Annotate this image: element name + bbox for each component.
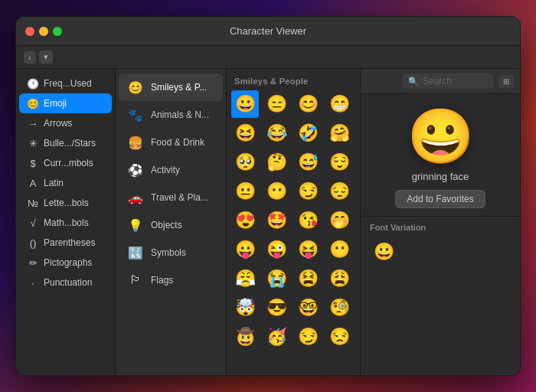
emoji-cell[interactable]: 😌 xyxy=(325,149,353,176)
sidebar-icon-emoji: 😊 xyxy=(27,97,39,109)
close-button[interactable] xyxy=(25,27,34,36)
sidebar-icon-latin: A xyxy=(27,177,39,189)
sidebar-item-math[interactable]: √Math...bols xyxy=(19,213,112,233)
section-title: Smileys & People xyxy=(231,75,355,90)
sidebar-label-currency: Curr...mbols xyxy=(44,158,93,168)
sidebar-icon-currency: $ xyxy=(27,157,39,169)
emoji-preview-area: 😀 grinning face Add to Favorites xyxy=(361,94,520,216)
sidebar-item-parens[interactable]: ()Parentheses xyxy=(19,233,112,253)
sidebar-item-arrows[interactable]: →Arrows xyxy=(19,113,112,133)
emoji-cell[interactable]: 😜 xyxy=(263,236,290,263)
nav-dropdown-button[interactable]: ▾ xyxy=(39,51,53,64)
maximize-button[interactable] xyxy=(53,27,62,36)
sidebar-icon-parens: () xyxy=(27,237,39,249)
emoji-cell[interactable]: 🤩 xyxy=(263,207,290,234)
category-item-food[interactable]: 🍔Food & Drink xyxy=(119,129,223,156)
emoji-cell[interactable]: 😤 xyxy=(231,265,259,292)
search-input[interactable] xyxy=(423,76,484,87)
traffic-lights xyxy=(25,27,62,36)
grid-view-button[interactable]: ⊞ xyxy=(498,75,514,88)
cat-label-flags: Flags xyxy=(151,275,173,286)
sidebar-item-picto[interactable]: ✏Pictographs xyxy=(19,253,112,273)
search-bar-area: 🔍 ⊞ xyxy=(361,69,520,94)
emoji-cell[interactable]: 😒 xyxy=(325,323,353,351)
cat-icon-animals: 🐾 xyxy=(126,106,145,124)
emoji-cell[interactable]: 😏 xyxy=(294,323,322,351)
emoji-cell[interactable]: 😫 xyxy=(294,265,322,292)
emoji-cell[interactable]: 😶 xyxy=(263,178,290,205)
sidebar-label-latin: Latin xyxy=(44,178,64,188)
emoji-cell[interactable]: 🧐 xyxy=(325,294,353,322)
emoji-grid: 😀😑😊😁😆😂🤣🤗🥺🤔😅😌😐😶😏😔😍🤩😘🤭😛😜😝😶😤😭😫😩🤯😎🤓🧐🤠🥳😏😒 xyxy=(231,90,355,351)
nav-back-button[interactable]: ‹ xyxy=(24,51,36,64)
font-variation-emojis: 😀 xyxy=(370,238,511,266)
category-item-animals[interactable]: 🐾Animals & N... xyxy=(119,101,223,129)
cat-label-smileys: Smileys & P... xyxy=(151,82,207,93)
emoji-cell[interactable]: 😆 xyxy=(231,119,259,147)
search-input-wrap: 🔍 xyxy=(402,74,494,89)
emoji-cell[interactable]: 😔 xyxy=(325,178,353,205)
sidebar-label-emoji: Emoji xyxy=(44,98,67,109)
cat-label-activity: Activity xyxy=(151,165,180,175)
category-item-objects[interactable]: 💡Objects xyxy=(119,211,223,239)
minimize-button[interactable] xyxy=(39,27,48,36)
emoji-cell[interactable]: 🤣 xyxy=(294,119,322,147)
emoji-cell[interactable]: 😏 xyxy=(294,178,322,205)
sidebar-label-math: Math...bols xyxy=(44,217,89,228)
cat-icon-symbols: 🔣 xyxy=(126,243,145,262)
sidebar-item-latin[interactable]: ALatin xyxy=(19,173,112,193)
category-item-flags[interactable]: 🏳Flags xyxy=(119,266,223,294)
cat-icon-objects: 💡 xyxy=(126,216,145,234)
sidebar-item-emoji[interactable]: 😊Emoji xyxy=(19,93,112,113)
emoji-cell[interactable]: 😐 xyxy=(231,178,259,205)
cat-icon-activity: ⚽ xyxy=(126,161,145,179)
character-viewer-window: Character Viewer ‹ ▾ 🕐Freq...Used😊Emoji→… xyxy=(15,16,521,376)
big-emoji-preview: 😀 xyxy=(407,109,474,163)
cat-label-symbols: Symbols xyxy=(151,247,186,258)
emoji-cell[interactable]: 😑 xyxy=(263,90,290,118)
sidebar-item-punct[interactable]: ·Punctuation xyxy=(19,273,112,292)
sidebar-label-punct: Punctuation xyxy=(44,277,92,288)
emoji-cell[interactable]: 🤗 xyxy=(325,119,353,147)
emoji-cell[interactable]: 😘 xyxy=(294,207,322,234)
sidebar-item-letters[interactable]: №Lette...bols xyxy=(19,193,112,213)
detail-panel: 🔍 ⊞ 😀 grinning face Add to Favorites Fon… xyxy=(361,69,520,375)
add-to-favorites-button[interactable]: Add to Favorites xyxy=(395,190,485,208)
emoji-cell[interactable]: 😁 xyxy=(325,90,353,118)
search-icon: 🔍 xyxy=(408,77,419,87)
emoji-cell[interactable]: 😎 xyxy=(263,294,290,322)
emoji-cell[interactable]: 😛 xyxy=(231,236,259,263)
emoji-cell[interactable]: 😝 xyxy=(294,236,322,263)
sidebar-icon-picto: ✏ xyxy=(27,256,39,269)
sidebar-item-currency[interactable]: $Curr...mbols xyxy=(19,153,112,173)
category-item-travel[interactable]: 🚗Travel & Pla... xyxy=(119,184,223,211)
emoji-cell[interactable]: 😂 xyxy=(263,119,290,147)
emoji-cell[interactable]: 🤯 xyxy=(231,294,259,322)
category-item-symbols[interactable]: 🔣Symbols xyxy=(119,239,223,266)
sidebar-label-bullets: Bulle.../Stars xyxy=(44,138,96,149)
emoji-cell[interactable]: 😩 xyxy=(325,265,353,292)
emoji-cell[interactable]: 🥳 xyxy=(263,323,290,351)
emoji-cell[interactable]: 🤓 xyxy=(294,294,322,322)
emoji-cell[interactable]: 😍 xyxy=(231,207,259,234)
sidebar-item-freq-used[interactable]: 🕐Freq...Used xyxy=(19,74,112,93)
sidebar-item-bullets[interactable]: ✳Bulle.../Stars xyxy=(19,133,112,153)
font-variation-emoji[interactable]: 😀 xyxy=(370,238,397,266)
left-sidebar: 🕐Freq...Used😊Emoji→Arrows✳Bulle.../Stars… xyxy=(16,69,116,375)
emoji-cell[interactable]: 😭 xyxy=(263,265,290,292)
font-variation-section: Font Variation 😀 xyxy=(361,216,520,272)
emoji-cell[interactable]: 🤔 xyxy=(263,149,290,176)
emoji-cell[interactable]: 🤭 xyxy=(325,207,353,234)
cat-label-objects: Objects xyxy=(151,220,182,230)
sidebar-label-arrows: Arrows xyxy=(44,118,72,129)
emoji-cell[interactable]: 😊 xyxy=(294,90,322,118)
emoji-cell[interactable]: 😶 xyxy=(325,236,353,263)
category-item-activity[interactable]: ⚽Activity xyxy=(119,156,223,184)
sidebar-icon-bullets: ✳ xyxy=(27,137,39,149)
category-item-smileys[interactable]: 😊Smileys & P... xyxy=(119,74,223,101)
emoji-cell[interactable]: 😅 xyxy=(294,149,322,176)
emoji-cell[interactable]: 😀 xyxy=(231,90,259,118)
cat-label-travel: Travel & Pla... xyxy=(151,192,208,203)
emoji-cell[interactable]: 🤠 xyxy=(231,323,259,351)
emoji-cell[interactable]: 🥺 xyxy=(231,149,259,176)
